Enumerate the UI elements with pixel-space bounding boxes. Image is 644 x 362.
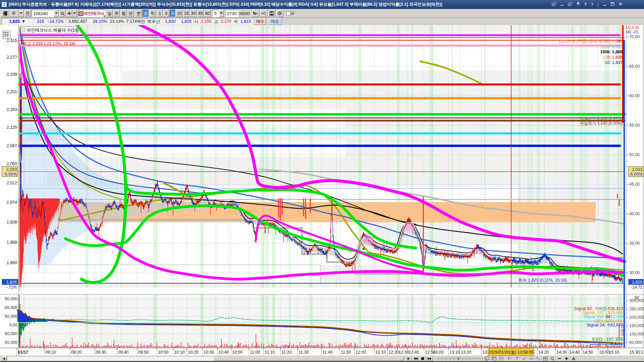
pin-icon[interactable] (576, 2, 580, 7)
zoom-icon[interactable] (549, 356, 556, 361)
left-axis-label: 2,087 (7, 143, 17, 148)
auto-scale-button[interactable]: A (570, 356, 577, 361)
period-button-일[interactable]: 일 (106, 10, 113, 17)
interval-button-1[interactable]: 1 (157, 10, 163, 17)
period-combo[interactable]: 주 (9, 10, 19, 17)
right-axis-label: 30.00 (629, 270, 640, 275)
minimize-pane-icon[interactable] (560, 2, 564, 7)
minimize-icon[interactable] (603, 2, 606, 7)
indicator-label: KVO: -197,976 (592, 337, 623, 342)
chart-window-icon[interactable] (1, 10, 9, 17)
time-axis-label: 11:30 (299, 350, 309, 355)
compare-chart-icon[interactable] (252, 10, 259, 17)
best-bid: 1,830 (162, 19, 177, 24)
chart-line-icon[interactable] (498, 356, 504, 361)
left-axis-label: 2,315 (7, 38, 17, 43)
code-input[interactable]: 106240 (32, 10, 54, 17)
cascade-icon[interactable] (552, 2, 556, 7)
unit-combo[interactable]: 5 (212, 10, 219, 17)
zoom-out-icon[interactable] (556, 356, 563, 361)
sell-button[interactable]: 매도 (269, 18, 281, 25)
svg-text:100,000: 100,000 (629, 332, 644, 337)
interval-button-10[interactable]: 10 (176, 10, 182, 17)
play-icon[interactable] (405, 356, 412, 361)
annotation-session-low: 최저 1,823 (0.11%, 15:18) (519, 278, 567, 283)
grid-layout-icon[interactable] (542, 356, 549, 361)
duplicate-icon[interactable] (568, 2, 572, 7)
interval-button-15[interactable]: 15 (183, 10, 190, 17)
time-axis-label: 10:50 (232, 350, 243, 355)
time-axis-label: 14:30 (556, 350, 567, 355)
interval-button-45[interactable]: 45 (197, 10, 204, 17)
fast-forward-icon[interactable] (426, 356, 433, 361)
chart-area[interactable]: 2,3152,2772,2392,2012,1632,1252,0872,050… (0, 25, 644, 362)
elliott-icon[interactable] (528, 356, 535, 361)
settings-gear-icon[interactable] (276, 10, 283, 17)
zoom-in-icon[interactable] (563, 356, 570, 361)
high-price: 2,170 (221, 19, 233, 24)
interval-button-30[interactable]: 30 (190, 10, 197, 17)
window-cascade-icon[interactable] (484, 356, 490, 361)
time-axis-label: 12:40 (409, 350, 419, 355)
buy-button[interactable]: 매수 (255, 18, 266, 25)
time-axis-label: 13:00 (433, 350, 443, 355)
period-button-년[interactable]: 년 (127, 10, 134, 17)
svg-text:0.00: 0.00 (9, 323, 17, 327)
bottom-toolbar: A (405, 356, 644, 361)
time-axis-label: 09:10 (45, 350, 56, 355)
prev-button[interactable]: 전 (24, 10, 31, 17)
interval-button-60[interactable]: 60 (204, 10, 211, 17)
wave-icon[interactable] (521, 356, 528, 361)
svg-text:당일시가 2,150 (0.47%): 당일시가 2,150 (0.47%) (580, 116, 623, 121)
stop-icon[interactable] (419, 356, 426, 361)
count-input[interactable]: 2730 (225, 10, 238, 17)
period-button-분[interactable]: 분 (136, 10, 142, 17)
save-icon[interactable] (268, 10, 275, 17)
indicator-label: KVO signal: 4,503 (589, 342, 623, 346)
code-dropdown-arrow[interactable] (54, 10, 59, 17)
scroll-left-button[interactable]: ◀ (1, 356, 7, 361)
close-icon[interactable] (619, 2, 623, 7)
svg-text:1,825: 1,825 (632, 280, 642, 285)
left-axis-label: 2,012 (7, 181, 17, 185)
speed-slider[interactable] (437, 356, 484, 361)
interval-button-5[interactable]: 5 (170, 10, 175, 17)
open-label: 시 (194, 19, 201, 24)
speaker-dropdown-arrow[interactable] (72, 10, 77, 17)
unit-combo-arrow[interactable] (219, 10, 224, 17)
time-axis-label: 14:50 (583, 350, 593, 355)
speaker-icon[interactable] (66, 10, 72, 17)
volume: 3,682,457 (67, 19, 89, 24)
interval-button-3[interactable]: 3 (163, 10, 169, 17)
period-button-틱[interactable]: 틱 (150, 10, 156, 17)
trade-amount: 7,174백만 (126, 19, 147, 24)
search-icon[interactable] (59, 10, 66, 17)
restore-icon[interactable] (610, 2, 614, 7)
current-price: 1,825▼ (2, 19, 28, 24)
period-button-초[interactable]: 초 (143, 10, 149, 17)
measure-icon[interactable] (535, 356, 542, 361)
svg-text:50,000: 50,000 (5, 331, 17, 336)
text-icon[interactable]: T (584, 2, 587, 7)
stock-chart[interactable]: 2,3152,2772,2392,2012,1632,1252,0872,050… (0, 25, 644, 362)
d-checkbox[interactable] (286, 11, 290, 16)
help-icon[interactable]: ? (591, 2, 593, 7)
time-axis-label: 09:50 (138, 350, 149, 355)
alert-badge: 경 (78, 11, 84, 16)
time-axis-label: 13:20 (461, 350, 471, 355)
pitchfork-icon[interactable] (514, 356, 521, 361)
period-combo-arrow[interactable] (19, 10, 24, 17)
right-axis-label: 60.00 (629, 94, 640, 98)
rewind-icon[interactable] (412, 356, 419, 361)
zigzag-add-icon[interactable] (260, 10, 267, 17)
svg-text:15:30:2: 15:30:2 (629, 350, 643, 355)
scrollbar-track[interactable] (7, 356, 404, 361)
window-tile-icon[interactable] (491, 356, 497, 361)
indicator-label: Signal 24: -542,670 (587, 323, 623, 327)
scrollbar-thumb[interactable] (213, 357, 404, 361)
period-button-월[interactable]: 월 (120, 10, 127, 17)
time-axis-label: 12:10 (375, 350, 386, 355)
trend-tool-icon[interactable] (507, 356, 514, 361)
period-button-주[interactable]: 주 (113, 10, 120, 17)
right-axis-label: 50.00 (629, 153, 640, 157)
